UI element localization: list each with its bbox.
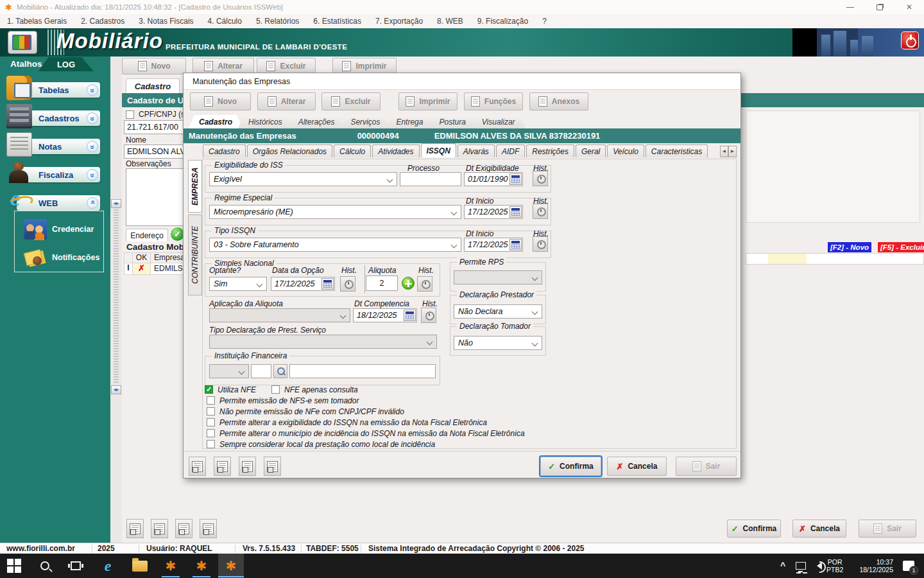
dialog-sair-button[interactable]: Sair	[676, 457, 737, 476]
splitter-handle[interactable]	[114, 209, 119, 384]
sidebar-item-notas[interactable]: Notas »	[17, 139, 100, 154]
main-confirma-button[interactable]: ✓ Confirma	[727, 520, 781, 538]
tray-chevron-up-icon[interactable]: ^	[775, 558, 791, 574]
tab-scroll-right-button[interactable]: ►	[728, 146, 737, 157]
itab-calculo[interactable]: Cálculo	[334, 144, 371, 157]
panel-splitter[interactable]: ◂▸ ◂▸	[110, 57, 122, 543]
main-toolbar-novo-button[interactable]: Novo	[122, 58, 186, 74]
dialog-funcoes-button[interactable]: Funções	[464, 92, 523, 110]
processo-input[interactable]	[400, 172, 461, 186]
side-tab-empresa[interactable]: EMPRESA	[188, 160, 202, 213]
calendar-icon[interactable]	[321, 278, 334, 290]
sidebar-item-web[interactable]: WEB »	[17, 195, 100, 211]
splitter-arrows-icon[interactable]: ◂▸	[111, 385, 121, 394]
chevron-down-icon[interactable]: »	[87, 169, 98, 180]
sidebar-item-cadastros[interactable]: Cadastros »	[17, 110, 100, 126]
menu-cadastros[interactable]: 2. Cadastros	[74, 17, 132, 26]
itab-cadastro[interactable]: Cadastro	[203, 144, 246, 157]
nfse-sem-tomador-checkbox[interactable]	[207, 396, 215, 405]
splitter-arrows-icon[interactable]: ◂▸	[111, 199, 121, 208]
notification-center-button[interactable]: 1	[901, 558, 916, 574]
exigibilidade-hist-button[interactable]	[533, 171, 548, 186]
taskbar-ie-button[interactable]: e	[100, 558, 116, 574]
tray-volume-icon[interactable]	[810, 558, 825, 574]
chevron-down-icon[interactable]: »	[87, 141, 98, 152]
grid-header-ok[interactable]: OK	[133, 252, 151, 263]
taskbar-explorer-button[interactable]	[132, 558, 148, 574]
itab-restricoes[interactable]: Restrições	[526, 144, 574, 157]
itab-aidf[interactable]: AIDF	[496, 144, 525, 157]
calendar-icon[interactable]	[404, 310, 416, 321]
aliquota-input[interactable]	[366, 276, 398, 291]
itab-geral[interactable]: Geral	[576, 144, 606, 157]
main-cancela-button[interactable]: ✗ Cancela	[792, 520, 846, 538]
alterar-municipio-checkbox[interactable]	[207, 429, 215, 437]
chevron-down-icon[interactable]: »	[87, 84, 98, 96]
main-sair-button[interactable]: Sair	[859, 520, 916, 538]
cpf-filter-checkbox[interactable]	[126, 110, 134, 119]
tab-scroll-left-button[interactable]: ◄	[720, 146, 728, 157]
menu-web[interactable]: 8. WEB	[430, 17, 470, 26]
start-button[interactable]	[6, 558, 22, 574]
restore-button[interactable]	[865, 0, 894, 14]
menu-calculo[interactable]: 4. Cálculo	[201, 17, 249, 26]
dialog-imprimir-button[interactable]: Imprimir	[398, 92, 458, 110]
calendar-icon[interactable]	[509, 206, 522, 218]
sidebar-tab-log[interactable]: LOG	[38, 57, 94, 71]
regime-hist-button[interactable]	[533, 204, 548, 219]
tray-network-icon[interactable]	[793, 558, 809, 574]
itab-veiculo[interactable]: Veículo	[607, 144, 644, 157]
instituicao-codigo-input[interactable]	[251, 364, 271, 378]
tab-entrega[interactable]: Entrega	[386, 115, 433, 128]
chevron-down-icon[interactable]: »	[87, 112, 98, 124]
side-tab-contribuinte[interactable]: CONTRIBUINTE	[188, 215, 202, 295]
local-prestacao-checkbox[interactable]	[207, 440, 215, 448]
close-button[interactable]: ✕	[894, 0, 924, 14]
tab-postura[interactable]: Postura	[429, 115, 475, 128]
permite-rps-combo[interactable]	[454, 270, 542, 285]
itab-issqn[interactable]: ISSQN	[421, 143, 456, 157]
nav-last-button[interactable]	[200, 519, 217, 538]
itab-caracteristicas[interactable]: Caracteristicas	[646, 144, 708, 157]
dt-competencia-input[interactable]: 18/12/2025	[353, 308, 417, 322]
tab-servicos[interactable]: Serviços	[340, 115, 390, 128]
cpf-input[interactable]	[124, 120, 188, 134]
menu-estatisticas[interactable]: 6. Estatísticas	[306, 17, 368, 26]
itab-atividades[interactable]: Atividades	[372, 144, 419, 157]
regime-combo[interactable]: Microempresário (ME)	[209, 205, 461, 219]
menu-notas-fiscais[interactable]: 3. Notas Fiscais	[132, 17, 200, 26]
sidebar-item-fiscaliza[interactable]: Fiscaliza »	[17, 167, 100, 182]
tab-alteracoes[interactable]: Alterações	[288, 115, 345, 128]
menu-help[interactable]: ?	[535, 17, 554, 26]
minimize-button[interactable]: —	[835, 0, 865, 14]
taskbar-app3-button[interactable]: ✱	[223, 558, 239, 574]
dialog-confirma-button[interactable]: ✓ Confirma	[540, 457, 601, 476]
itab-orgaos-relacionados[interactable]: Orgãos Relacionados	[247, 144, 332, 157]
add-aliquota-button[interactable]	[402, 277, 415, 290]
aplicacao-aliquota-combo[interactable]	[209, 308, 350, 322]
dialog-nav-first-button[interactable]	[189, 457, 206, 476]
calendar-icon[interactable]	[509, 239, 522, 250]
aliquota-hist-button[interactable]	[417, 276, 432, 292]
tipo-declaracao-combo[interactable]	[209, 335, 437, 349]
dt-inicio-regime-input[interactable]: 17/12/2025	[464, 205, 523, 219]
tray-clock[interactable]: 10:37 18/12/2025	[851, 558, 893, 574]
dt-inicio-tipo-input[interactable]: 17/12/2025	[464, 238, 523, 252]
exigibilidade-combo[interactable]: Exigível	[209, 172, 397, 186]
nav-prev-button[interactable]	[151, 519, 168, 538]
utiliza-nfe-checkbox[interactable]	[205, 385, 213, 394]
menu-exportacao[interactable]: 7. Exportação	[368, 17, 430, 26]
sidebar-tab-atalhos[interactable]: Atalhos	[10, 59, 42, 69]
tab-historicos[interactable]: Históricos	[238, 115, 293, 128]
simples-hist-button[interactable]	[340, 276, 355, 292]
instituicao-tipo-combo[interactable]	[209, 364, 249, 378]
tab-endereco[interactable]: Endereço	[126, 229, 168, 241]
itab-alvaras[interactable]: Alvarás	[458, 144, 495, 157]
nfe-apenas-consulta-checkbox[interactable]	[271, 385, 280, 394]
menu-fiscalizacao[interactable]: 9. Fiscalização	[470, 17, 535, 26]
taskbar-search-button[interactable]	[37, 558, 53, 574]
dialog-anexos-button[interactable]: Anexos	[529, 92, 588, 110]
tipo-issqn-hist-button[interactable]	[533, 236, 548, 252]
nav-first-button[interactable]	[126, 519, 144, 538]
dialog-nav-next-button[interactable]	[239, 457, 256, 476]
